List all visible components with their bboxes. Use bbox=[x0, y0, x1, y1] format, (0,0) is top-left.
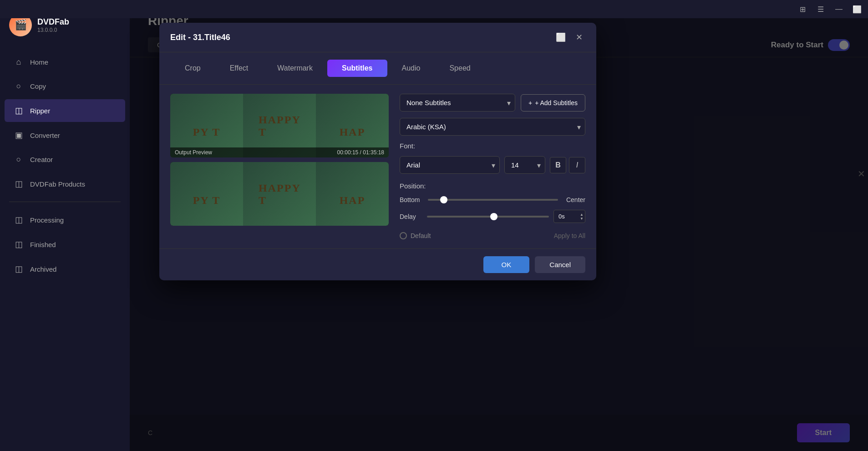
archived-icon: ◫ bbox=[14, 264, 24, 274]
maximize-icon[interactable]: ⬜ bbox=[852, 4, 863, 15]
video-preview-area: Output Preview 00:00:15 / 01:35:18 bbox=[170, 94, 389, 239]
tab-speed[interactable]: Speed bbox=[435, 60, 485, 77]
sidebar-item-ripper[interactable]: ◫ Ripper bbox=[5, 99, 125, 122]
position-center-label: Center bbox=[566, 196, 585, 203]
font-size-wrapper: 14 12 16 18 ▾ bbox=[504, 156, 545, 174]
titlebar: ⊞ ☰ — ⬜ bbox=[0, 0, 868, 18]
font-row: Arial Times New Roman Verdana ▾ 14 12 16… bbox=[400, 156, 585, 174]
sidebar-item-converter[interactable]: ▣ Converter bbox=[5, 124, 125, 147]
tab-subtitles[interactable]: Subtitles bbox=[327, 60, 387, 77]
modal-tabs: Crop Effect Watermark Subtitles Audio Sp… bbox=[159, 52, 596, 85]
tab-watermark[interactable]: Watermark bbox=[263, 60, 327, 77]
monitor-icon[interactable]: ⊞ bbox=[797, 4, 808, 15]
nav-divider bbox=[9, 202, 121, 202]
video-strip-bottom bbox=[170, 162, 389, 226]
sidebar-item-creator[interactable]: ○ Creator bbox=[5, 148, 125, 171]
timecode: 00:00:15 / 01:35:18 bbox=[337, 149, 384, 156]
ripper-icon: ◫ bbox=[14, 106, 24, 116]
home-icon: ⌂ bbox=[14, 57, 24, 67]
sidebar-item-archived[interactable]: ◫ Archived bbox=[5, 258, 125, 280]
delay-value-wrapper: ▲ ▼ bbox=[553, 210, 585, 223]
position-slider[interactable] bbox=[428, 199, 558, 201]
logo-text: DVDFab 13.0.0.0 bbox=[37, 17, 69, 33]
ok-button[interactable]: OK bbox=[483, 256, 530, 273]
sidebar-item-label: Home bbox=[30, 58, 48, 66]
apply-to-all-button[interactable]: Apply to All bbox=[554, 232, 585, 239]
menu-icon[interactable]: ☰ bbox=[815, 4, 826, 15]
sidebar-item-label: DVDFab Products bbox=[30, 180, 85, 188]
position-bottom-label: Bottom bbox=[400, 196, 420, 203]
sidebar-item-dvdfab-products[interactable]: ◫ DVDFab Products bbox=[5, 172, 125, 195]
modal-header-icons: ⬜ ✕ bbox=[554, 31, 585, 44]
sidebar-item-label: Converter bbox=[30, 132, 60, 139]
processing-icon: ◫ bbox=[14, 215, 24, 225]
tab-effect[interactable]: Effect bbox=[215, 60, 263, 77]
sidebar-item-home[interactable]: ⌂ Home bbox=[5, 51, 125, 73]
sidebar-item-label: Copy bbox=[30, 82, 46, 90]
video-frame-4 bbox=[170, 162, 243, 226]
position-row: Bottom Center bbox=[400, 196, 585, 203]
font-style-buttons: B I bbox=[550, 157, 585, 173]
delay-label: Delay bbox=[400, 213, 422, 220]
language-select[interactable]: Arabic (KSA) English French bbox=[400, 118, 585, 136]
tab-crop[interactable]: Crop bbox=[170, 60, 215, 77]
copy-icon: ○ bbox=[14, 81, 24, 91]
sidebar-item-label: Archived bbox=[30, 265, 56, 273]
add-subtitle-button[interactable]: + + Add Subtitles bbox=[521, 94, 585, 111]
video-frame-5 bbox=[243, 162, 316, 226]
sidebar-item-processing[interactable]: ◫ Processing bbox=[5, 208, 125, 231]
position-label: Position: bbox=[400, 182, 585, 190]
language-row: Arabic (KSA) English French ▾ bbox=[400, 118, 585, 136]
sidebar-item-copy[interactable]: ○ Copy bbox=[5, 75, 125, 97]
subtitle-select-wrapper: None Subtitles Track 1 Track 2 ▾ bbox=[400, 94, 515, 111]
bottom-controls: Default Apply to All bbox=[400, 232, 585, 239]
delay-row: Delay ▲ ▼ bbox=[400, 210, 585, 223]
bold-button[interactable]: B bbox=[550, 157, 566, 173]
sidebar-item-label: Processing bbox=[30, 216, 64, 224]
video-frame-6 bbox=[316, 162, 389, 226]
default-radio-label[interactable]: Default bbox=[400, 232, 431, 239]
preview-label: Output Preview bbox=[175, 149, 212, 156]
sidebar-item-label: Ripper bbox=[30, 107, 50, 115]
delay-down-icon[interactable]: ▼ bbox=[580, 217, 584, 220]
sidebar: 🎬 DVDFab 13.0.0.0 ⌂ Home ○ Copy ◫ Ripper… bbox=[0, 0, 130, 451]
subtitle-select[interactable]: None Subtitles Track 1 Track 2 bbox=[400, 94, 515, 111]
brand-name: DVDFab bbox=[37, 17, 69, 27]
modal-close-icon[interactable]: ✕ bbox=[573, 31, 585, 44]
italic-button[interactable]: I bbox=[569, 157, 585, 173]
delay-slider[interactable] bbox=[427, 216, 549, 218]
creator-icon: ○ bbox=[14, 155, 24, 164]
dvdfab-products-icon: ◫ bbox=[14, 179, 24, 189]
add-icon: + bbox=[528, 99, 532, 106]
sidebar-item-label: Creator bbox=[30, 156, 53, 163]
subtitle-panel: None Subtitles Track 1 Track 2 ▾ + + Add… bbox=[389, 94, 585, 239]
default-radio-icon bbox=[400, 232, 407, 239]
tab-audio[interactable]: Audio bbox=[387, 60, 435, 77]
font-size-select[interactable]: 14 12 16 18 bbox=[504, 156, 545, 174]
modal-body: Output Preview 00:00:15 / 01:35:18 None bbox=[159, 85, 596, 248]
converter-icon: ▣ bbox=[14, 130, 24, 140]
font-select-wrapper: Arial Times New Roman Verdana ▾ bbox=[400, 156, 500, 174]
modal-title: Edit - 31.Title46 bbox=[170, 33, 230, 42]
cancel-button[interactable]: Cancel bbox=[535, 256, 585, 273]
minimize-icon[interactable]: — bbox=[833, 4, 844, 15]
font-label: Font: bbox=[400, 142, 585, 150]
version-text: 13.0.0.0 bbox=[37, 27, 69, 33]
modal-footer: OK Cancel bbox=[159, 248, 596, 280]
modal-maximize-icon[interactable]: ⬜ bbox=[554, 31, 567, 44]
edit-modal: Edit - 31.Title46 ⬜ ✕ Crop Effect Waterm… bbox=[159, 23, 596, 280]
delay-spinners: ▲ ▼ bbox=[580, 213, 584, 220]
delay-up-icon[interactable]: ▲ bbox=[580, 213, 584, 216]
font-family-select[interactable]: Arial Times New Roman Verdana bbox=[400, 156, 500, 174]
modal-header: Edit - 31.Title46 ⬜ ✕ bbox=[159, 23, 596, 52]
video-strip-top: Output Preview 00:00:15 / 01:35:18 bbox=[170, 94, 389, 157]
default-radio-text: Default bbox=[411, 232, 431, 239]
sidebar-item-finished[interactable]: ◫ Finished bbox=[5, 233, 125, 256]
video-overlay: Output Preview 00:00:15 / 01:35:18 bbox=[170, 147, 389, 157]
sidebar-item-label: Finished bbox=[30, 241, 56, 248]
finished-icon: ◫ bbox=[14, 239, 24, 249]
subtitle-select-row: None Subtitles Track 1 Track 2 ▾ + + Add… bbox=[400, 94, 585, 111]
